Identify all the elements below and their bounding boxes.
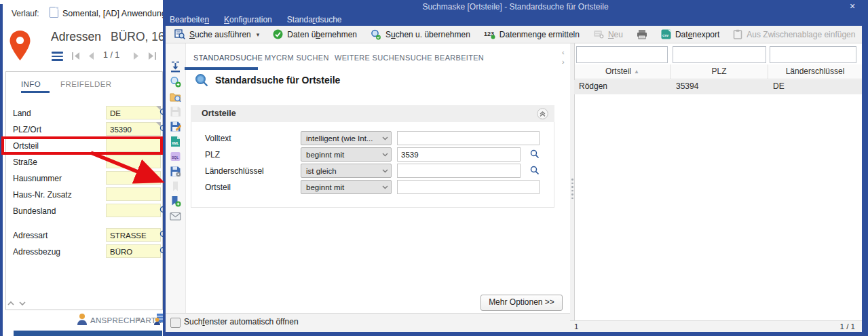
criteria-label-volltext: Volltext: [205, 134, 231, 143]
execute-search-button[interactable]: Suche ausführen▾: [169, 29, 265, 39]
filter-input-plz[interactable]: [673, 46, 766, 63]
scroll-up-icon[interactable]: [7, 300, 15, 307]
column-header-ortsteil[interactable]: Ortsteil▲: [575, 64, 671, 79]
new-record-icon: [593, 30, 604, 39]
table-row[interactable]: [574, 80, 862, 94]
tab-suche-bearbeiten[interactable]: SUCHE BEARBEITEN: [405, 54, 484, 62]
field-adressbezug[interactable]: BÜRO: [106, 244, 161, 258]
last-record-icon[interactable]: [148, 52, 156, 60]
column-header-plz[interactable]: PLZ: [671, 64, 768, 79]
operator-select-plz[interactable]: beginnt mit: [301, 147, 392, 162]
operator-select-ortsteil[interactable]: beginnt mit: [301, 180, 392, 194]
csv-export-icon: csv: [661, 29, 671, 39]
search-table-icon: [174, 29, 185, 39]
field-label-strasse: Straße: [13, 157, 37, 167]
filter-input-ortsteil[interactable]: [576, 46, 668, 63]
close-tab-icon[interactable]: ×: [136, 314, 141, 324]
criteria-input-laenderschluessel[interactable]: [397, 164, 521, 178]
previous-record-icon[interactable]: [88, 52, 94, 60]
close-icon[interactable]: ×: [846, 1, 859, 12]
green-check-icon: [273, 29, 283, 39]
operator-select-laenderschluessel[interactable]: ist gleich: [301, 164, 392, 178]
page-title: Adressen: [51, 30, 101, 44]
menu-standardsuche[interactable]: Standardsuche: [287, 15, 342, 24]
tab-scroll-right-icon[interactable]: ›: [562, 58, 565, 66]
criteria-label-plz: PLZ: [205, 150, 220, 160]
results-statusbar: 1 1 / 1: [570, 320, 862, 332]
auto-open-checkbox[interactable]: [170, 318, 181, 328]
new-search-icon[interactable]: [170, 76, 181, 88]
column-header-laenderschluessel[interactable]: Länderschlüssel: [768, 64, 862, 79]
filter-input-laenderschluessel[interactable]: [770, 46, 856, 63]
email-icon[interactable]: [170, 210, 181, 222]
tab-info[interactable]: INFO: [21, 80, 41, 88]
tab-mycrm-suchen[interactable]: MYCRM SUCHEN: [265, 54, 329, 62]
more-options-button[interactable]: Mehr Optionen >>: [480, 295, 563, 311]
screen: Verlauf: Somental, [AD] Anwendung. Adres…: [0, 0, 868, 336]
next-record-icon[interactable]: [133, 52, 139, 60]
criteria-label-laenderschluessel: Länderschlüssel: [205, 166, 264, 176]
tab-freifelder[interactable]: FREIFELDER: [60, 80, 112, 88]
field-label-hausnummer: Hausnummer: [13, 174, 62, 183]
save-search-as-icon[interactable]: [170, 121, 181, 132]
clipboard-icon: [733, 29, 742, 39]
paste-from-clipboard-button[interactable]: Aus Zwischenablage einfügen: [728, 29, 861, 39]
add-bookmark-icon[interactable]: [170, 195, 181, 207]
field-label-adressbezug: Adressbezug: [13, 247, 60, 257]
collapse-group-icon[interactable]: [537, 108, 548, 119]
save-search-icon-disabled[interactable]: [170, 106, 181, 117]
field-plz-ort[interactable]: 35390: [106, 122, 161, 136]
apply-data-button[interactable]: Daten übernehmen: [267, 29, 362, 39]
dialog-border: [862, 26, 868, 332]
result-count: 1: [574, 322, 578, 331]
chevron-down-icon: [382, 169, 388, 173]
page-indicator: 1 / 1: [840, 322, 855, 331]
criteria-input-ortsteil[interactable]: [397, 180, 540, 194]
history-dropdown[interactable]: Somental, [AD] Anwendung.: [62, 9, 168, 18]
field-bundesland[interactable]: [106, 204, 161, 217]
history-label: Verlauf:: [12, 9, 39, 18]
field-label-adressart: Adressart: [13, 231, 48, 240]
search-and-apply-button[interactable]: Suchen u. übernehmen: [365, 29, 476, 40]
search-heading-icon: [195, 73, 209, 88]
document-icon: [50, 7, 58, 18]
field-label-land: Land: [13, 109, 31, 118]
print-button[interactable]: [631, 29, 653, 39]
new-button[interactable]: Neu: [588, 30, 628, 39]
tab-scroll-left-icon[interactable]: ‹: [562, 48, 565, 56]
criteria-input-plz[interactable]: [397, 147, 521, 162]
chevron-down-icon: [382, 185, 388, 189]
field-adressart[interactable]: STRASSE: [106, 228, 161, 242]
cell-ortsteil: Rödgen: [579, 81, 607, 91]
dropdown-caret-icon[interactable]: ▾: [257, 31, 260, 38]
splitter-grip[interactable]: [571, 179, 573, 199]
dialog-toolbar: Suche ausführen▾ Daten übernehmen Suchen…: [166, 26, 862, 43]
menu-icon[interactable]: [52, 52, 63, 63]
lookup-icon[interactable]: [530, 166, 540, 175]
count-records-button[interactable]: 123 Datenmenge ermitteln: [478, 30, 585, 39]
field-land[interactable]: DE: [106, 106, 161, 119]
dialog-heading: Standardsuche für Ortsteile: [215, 75, 340, 86]
data-export-button[interactable]: csv Datenexport: [656, 29, 725, 39]
active-bottom-tab-indicator: [14, 331, 162, 336]
load-search-icon[interactable]: [170, 61, 181, 73]
operator-select-volltext[interactable]: intelligent (wie Int...: [301, 131, 392, 145]
menubar: Bearbeiten Konfiguration Standardsuche: [163, 14, 868, 26]
dialog-border: [163, 332, 868, 336]
cell-laenderschluessel: DE: [773, 81, 785, 91]
auto-open-checkbox-label: Suchfenster automatisch öffnen: [184, 317, 299, 326]
menu-konfiguration[interactable]: Konfiguration: [224, 15, 272, 24]
tab-weitere-suchen[interactable]: WEITERE SUCHEN: [335, 54, 405, 62]
app-window-border: [0, 4, 3, 336]
open-search-icon[interactable]: [170, 91, 181, 102]
scroll-down-icon[interactable]: [18, 300, 26, 307]
first-record-icon[interactable]: [72, 52, 80, 60]
svg-text:csv: csv: [662, 33, 669, 37]
menu-bearbeiten[interactable]: Bearbeiten: [170, 15, 209, 24]
tab-standardsuche[interactable]: STANDARDSUCHE: [193, 54, 263, 62]
field-label-haus-nr-zusatz: Haus-Nr. Zusatz: [13, 190, 72, 200]
lookup-icon[interactable]: [530, 149, 540, 159]
field-label-bundesland: Bundesland: [13, 206, 56, 216]
criteria-input-volltext[interactable]: [397, 131, 540, 145]
location-pin-icon: [9, 30, 31, 62]
